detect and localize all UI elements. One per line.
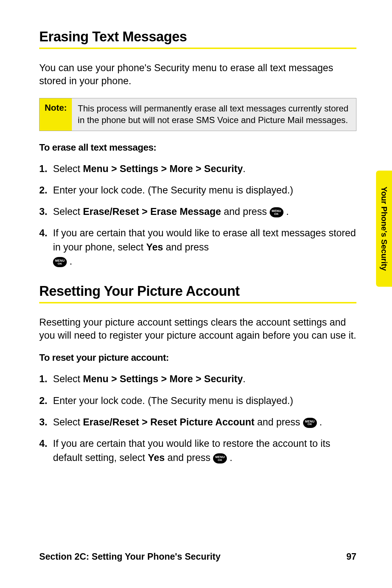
footer-page-number: 97 [346, 551, 356, 562]
menu-ok-icon: MENUOK [53, 257, 67, 267]
step-1-text-c: . [243, 163, 246, 174]
step2-4: 4. If you are certain that you would lik… [53, 437, 356, 465]
heading-resetting-picture-account: Resetting Your Picture Account [39, 283, 356, 301]
subhead-reset-picture: To reset your picture account: [39, 352, 356, 363]
subhead-erase-all: To erase all text messages: [39, 142, 356, 153]
note-label: Note: [40, 98, 72, 131]
step2-1-text-c: . [243, 373, 246, 384]
steps-list-1: 1. Select Menu > Settings > More > Secur… [39, 162, 356, 269]
step-2: 2. Enter your lock code. (The Security m… [53, 183, 356, 197]
step-1-text-b: Menu > Settings > More > Security [83, 163, 243, 174]
step2-1: 1. Select Menu > Settings > More > Secur… [53, 372, 356, 386]
menu-ok-icon: MENUOK [213, 453, 227, 464]
heading-erasing-text-messages: Erasing Text Messages [39, 29, 356, 47]
step2-3-text-d: . [319, 417, 322, 428]
heading-underline [39, 48, 356, 49]
step-3-text-b: Erase/Reset > Erase Message [83, 206, 221, 217]
menu-ok-icon: MENUOK [303, 418, 317, 428]
step-3-text-a: Select [53, 206, 83, 217]
step2-1-text-a: Select [53, 373, 83, 384]
step2-2-text: Enter your lock code. (The Security menu… [53, 395, 293, 406]
step2-1-text-b: Menu > Settings > More > Security [83, 373, 243, 384]
intro-paragraph-1: You can use your phone's Security menu t… [39, 61, 356, 88]
menu-ok-icon: MENUOK [270, 207, 283, 217]
step2-3-text-a: Select [53, 417, 83, 428]
step-4-text-d: . [70, 256, 73, 267]
note-body: This process will permanently erase all … [72, 98, 356, 131]
step2-3: 3. Select Erase/Reset > Reset Picture Ac… [53, 415, 356, 429]
step2-4-text-b: Yes [148, 452, 165, 463]
step2-3-text-b: Erase/Reset > Reset Picture Account [83, 417, 254, 428]
step2-4-text-d: . [230, 452, 233, 463]
step-4-text-c: and press [163, 242, 209, 253]
note-box: Note: This process will permanently eras… [39, 98, 356, 131]
page-footer: Section 2C: Setting Your Phone's Securit… [39, 551, 356, 562]
step-4: 4. If you are certain that you would lik… [53, 226, 356, 269]
steps-list-2: 1. Select Menu > Settings > More > Secur… [39, 372, 356, 465]
step2-3-text-c: and press [254, 417, 303, 428]
step-2-text: Enter your lock code. (The Security menu… [53, 185, 293, 196]
intro-paragraph-2: Resetting your picture account settings … [39, 316, 356, 342]
heading-underline-2 [39, 302, 356, 303]
step-1-text-a: Select [53, 163, 83, 174]
step-3: 3. Select Erase/Reset > Erase Message an… [53, 205, 356, 219]
step-4-text-b: Yes [146, 242, 163, 253]
footer-section-title: Section 2C: Setting Your Phone's Securit… [39, 551, 221, 562]
step-3-text-d: . [286, 206, 289, 217]
step2-2: 2. Enter your lock code. (The Security m… [53, 394, 356, 408]
step-3-text-c: and press [221, 206, 270, 217]
step2-4-text-c: and press [165, 452, 213, 463]
page-content: Erasing Text Messages You can use your p… [0, 0, 392, 588]
step-1: 1. Select Menu > Settings > More > Secur… [53, 162, 356, 176]
